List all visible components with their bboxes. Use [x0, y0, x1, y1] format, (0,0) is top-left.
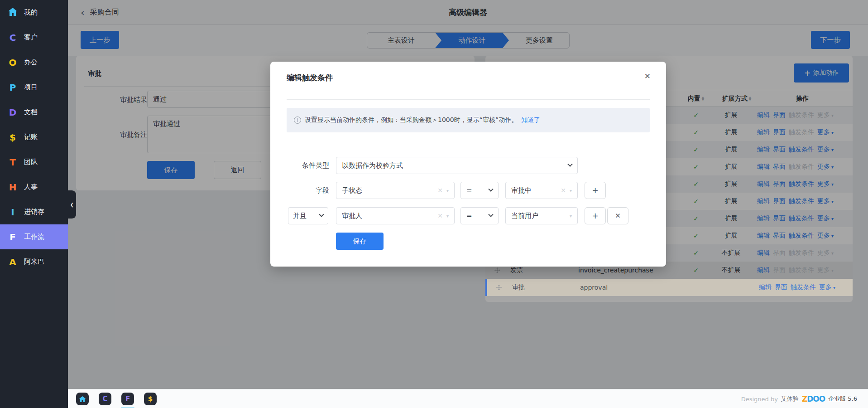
- info-banner: i 设置显示当前动作的条件，例如：当采购金额＞1000时，显示“审核”动作。 知…: [287, 108, 650, 132]
- value-select-1[interactable]: 审批中 ✕ ▾: [505, 182, 578, 199]
- field-select-2[interactable]: 审批人 ✕ ▾: [336, 207, 455, 224]
- chevron-down-icon: [319, 212, 324, 217]
- caret-down-icon: ▾: [833, 285, 835, 290]
- sidebar-item-label: 文档: [24, 108, 38, 117]
- action-code-cell: approval: [580, 279, 671, 296]
- operator-select-2[interactable]: =: [460, 207, 499, 224]
- chevron-left-icon: ❮: [70, 202, 74, 207]
- app-letter-icon: P: [6, 83, 19, 92]
- sidebar-item-label: 客户: [24, 33, 38, 42]
- dock-cash-icon[interactable]: $: [144, 393, 157, 405]
- sidebar-item-label: 项目: [24, 83, 38, 92]
- action-link-2[interactable]: 触发条件: [791, 283, 816, 291]
- app-window: 我的C客户O办公P项目D文档$记账T团队H人事I进销存F工作流A阿米巴 ❮ 个人…: [0, 0, 868, 408]
- sidebar-item-D[interactable]: D文档: [0, 100, 68, 125]
- bottom-taskbar: CF$ Designed by 艾体验 ZDOO 企业版 5.6: [68, 389, 868, 408]
- dock-home-icon[interactable]: [76, 393, 89, 405]
- sidebar-item-label: 我的: [24, 8, 38, 17]
- sidebar-item-H[interactable]: H人事: [0, 175, 68, 199]
- sidebar-item-label: 工作流: [24, 233, 44, 241]
- sidebar-item-label: 阿米巴: [24, 257, 44, 266]
- condition-type-label: 条件类型: [287, 157, 329, 174]
- clear-icon[interactable]: ✕: [561, 187, 566, 194]
- field-label: 字段: [287, 182, 329, 199]
- sidebar-item-T[interactable]: T团队: [0, 150, 68, 175]
- chevron-down-icon: [488, 187, 493, 192]
- sidebar-item-label: 办公: [24, 58, 38, 67]
- sidebar-item-label: 团队: [24, 158, 38, 166]
- sidebar-item-home[interactable]: 我的: [0, 0, 68, 25]
- info-icon: i: [294, 117, 301, 124]
- info-text: 设置显示当前动作的条件，例如：当采购金额＞1000时，显示“审核”动作。: [305, 116, 518, 124]
- caret-down-icon: ▾: [446, 214, 449, 219]
- value-select-2[interactable]: 当前用户 ▾: [505, 207, 578, 224]
- action-table-row[interactable]: 审批approval编辑界面触发条件更多▾: [485, 279, 853, 296]
- sidebar: 我的C客户O办公P项目D文档$记账T团队H人事I进销存F工作流A阿米巴: [0, 0, 68, 408]
- builtin-check-icon: [686, 279, 709, 296]
- add-condition-button-2[interactable]: +: [585, 207, 606, 224]
- dock-flow-icon[interactable]: F: [121, 393, 134, 405]
- caret-down-icon: ▾: [446, 188, 449, 193]
- conjunction-select[interactable]: 并且: [288, 207, 328, 224]
- sidebar-item-I[interactable]: I进销存: [0, 199, 68, 224]
- chevron-down-icon: [488, 212, 493, 217]
- row-actions-cell: 编辑界面触发条件更多▾: [759, 279, 849, 296]
- dialog-title: 编辑触发条件: [287, 73, 333, 83]
- sidebar-item-$[interactable]: $记账: [0, 125, 68, 150]
- field-select-1[interactable]: 子状态 ✕ ▾: [336, 182, 455, 199]
- app-letter-icon: T: [6, 158, 19, 167]
- clear-icon[interactable]: ✕: [437, 187, 443, 194]
- extend-mode-cell: [711, 279, 754, 296]
- app-letter-icon: F: [6, 233, 19, 242]
- drag-handle-icon[interactable]: [496, 279, 505, 296]
- app-letter-icon: D: [6, 108, 19, 117]
- dock-crm-icon[interactable]: C: [99, 393, 111, 405]
- remove-condition-button[interactable]: ✕: [607, 207, 628, 224]
- footer-branding: Designed by 艾体验 ZDOO 企业版 5.6: [741, 389, 857, 408]
- brand-name: 艾体验: [781, 395, 799, 403]
- add-condition-button-1[interactable]: +: [585, 182, 606, 199]
- app-dock: CF$: [76, 389, 157, 408]
- sidebar-item-label: 记账: [24, 133, 38, 141]
- designed-by-text: Designed by: [741, 396, 778, 403]
- app-letter-icon: O: [6, 58, 19, 67]
- edition-label: 企业版 5.6: [828, 395, 857, 403]
- clear-icon[interactable]: ✕: [437, 212, 443, 219]
- app-letter-icon: $: [6, 133, 19, 142]
- sidebar-item-C[interactable]: C客户: [0, 25, 68, 50]
- sidebar-item-label: 进销存: [24, 208, 44, 216]
- operator-select-1[interactable]: =: [460, 182, 499, 199]
- edit-trigger-condition-dialog: 编辑触发条件 ✕ i 设置显示当前动作的条件，例如：当采购金额＞1000时，显示…: [270, 62, 666, 267]
- sidebar-item-label: 人事: [24, 183, 38, 191]
- sidebar-item-O[interactable]: O办公: [0, 50, 68, 75]
- got-it-link[interactable]: 知道了: [521, 116, 540, 124]
- caret-down-icon: ▾: [570, 214, 572, 219]
- action-link-1[interactable]: 界面: [775, 283, 787, 291]
- caret-down-icon: ▾: [570, 188, 572, 193]
- app-letter-icon: A: [6, 257, 19, 267]
- sidebar-item-A[interactable]: A阿米巴: [0, 249, 68, 274]
- app-letter-icon: C: [6, 33, 19, 42]
- zdoo-logo: ZDOO: [802, 394, 825, 403]
- sidebar-item-F[interactable]: F工作流: [0, 224, 68, 249]
- sidebar-item-P[interactable]: P项目: [0, 75, 68, 100]
- app-letter-icon: H: [6, 183, 19, 192]
- close-icon[interactable]: ✕: [644, 72, 651, 81]
- action-name-cell: 审批: [512, 279, 575, 296]
- chevron-down-icon: [567, 162, 572, 167]
- action-link-0[interactable]: 编辑: [759, 283, 772, 291]
- app-letter-icon: I: [6, 208, 19, 217]
- home-icon: [6, 7, 19, 18]
- divider: [287, 99, 650, 100]
- sidebar-collapse-handle[interactable]: ❮: [68, 190, 76, 219]
- condition-type-select[interactable]: 以数据作为校验方式: [336, 157, 578, 174]
- action-link-3[interactable]: 更多: [819, 283, 832, 291]
- dialog-save-button[interactable]: 保存: [336, 233, 384, 250]
